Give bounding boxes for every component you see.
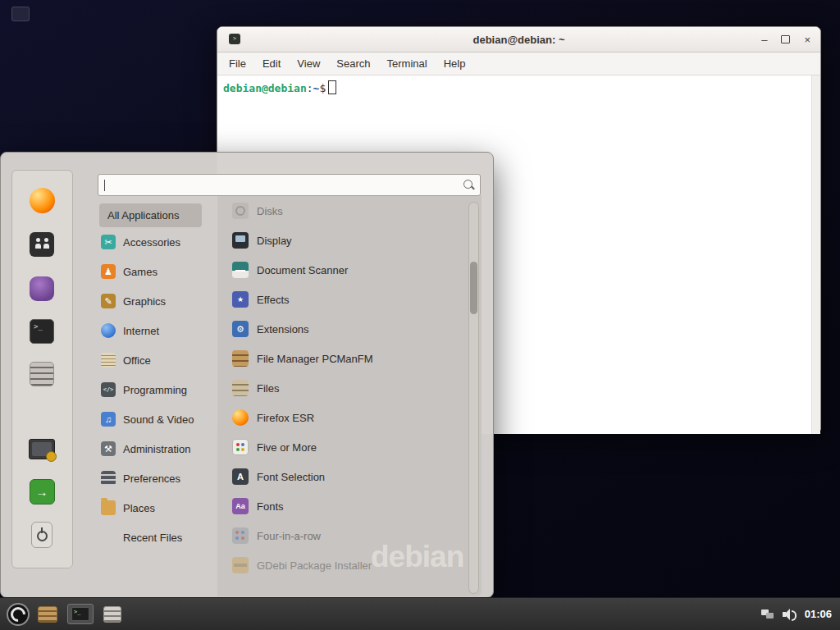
category-games[interactable]: ♟ Games — [101, 258, 224, 285]
menu-view[interactable]: View — [289, 57, 328, 70]
menu-file[interactable]: File — [221, 57, 254, 70]
files-icon — [232, 380, 249, 396]
category-programming[interactable]: </> Programming — [101, 376, 224, 404]
apps-scrollbar-thumb[interactable] — [470, 262, 477, 314]
apps-scrollbar-track[interactable] — [468, 202, 479, 594]
purple-app-icon — [30, 276, 54, 301]
app-label: Fonts — [257, 500, 284, 513]
sound-video-icon: ♫ — [101, 412, 116, 427]
terminal-window-button[interactable]: >_ — [67, 604, 94, 624]
app-disks[interactable]: Disks — [232, 196, 468, 226]
app-document-scanner[interactable]: Document Scanner — [232, 255, 468, 285]
desktop-shortcut-icon[interactable] — [11, 7, 30, 21]
app-font-selection[interactable]: A Font Selection — [232, 462, 468, 491]
category-places[interactable]: Places — [101, 494, 224, 522]
prompt-user-host: debian@debian — [223, 82, 307, 94]
menu-edit[interactable]: Edit — [254, 57, 289, 70]
terminal-scrollbar[interactable] — [811, 75, 820, 434]
category-sound-video[interactable]: ♫ Sound & Video — [101, 405, 224, 433]
lock-screen-icon — [29, 439, 55, 459]
category-office[interactable]: Office — [101, 346, 224, 374]
prompt-separator: : — [307, 82, 313, 94]
four-in-a-row-icon — [232, 527, 249, 544]
terminal-titlebar[interactable]: > debian@debian: ~ – × — [217, 27, 820, 52]
gdebi-icon — [232, 557, 249, 573]
effects-icon: ★ — [232, 291, 249, 308]
category-label: Graphics — [123, 295, 166, 308]
display-icon — [232, 232, 249, 249]
accessories-icon: ✂ — [101, 235, 116, 249]
app-file-manager-pcmanfm[interactable]: File Manager PCManFM — [232, 344, 468, 373]
favorite-gallery[interactable] — [29, 231, 55, 258]
administration-icon: ⚒ — [101, 441, 116, 456]
places-icon — [101, 500, 116, 515]
desktop: > debian@debian: ~ – × File Edit View Se… — [0, 0, 840, 630]
favorite-files[interactable] — [29, 361, 55, 387]
terminal-icon: >_ — [71, 607, 89, 621]
disks-icon — [232, 203, 249, 219]
shut-down-icon — [31, 522, 52, 548]
preferences-icon — [101, 471, 116, 486]
category-graphics[interactable]: ✎ Graphics — [101, 287, 224, 315]
category-internet[interactable]: Internet — [101, 317, 224, 345]
graphics-icon: ✎ — [101, 294, 116, 308]
menu-search[interactable]: Search — [328, 57, 378, 70]
category-administration[interactable]: ⚒ Administration — [101, 435, 224, 463]
taskbar: >_ 01:06 — [0, 597, 840, 630]
app-label: Extensions — [257, 323, 309, 336]
category-recent-files[interactable]: Recent Files — [101, 523, 224, 551]
close-button[interactable]: × — [804, 34, 810, 45]
clock[interactable]: 01:06 — [805, 608, 832, 620]
app-files[interactable]: Files — [232, 373, 468, 403]
menu-terminal[interactable]: Terminal — [379, 57, 436, 70]
maximize-icon — [781, 35, 790, 43]
category-all-applications[interactable]: All Applications — [99, 203, 202, 227]
app-extensions[interactable]: ⚙ Extensions — [232, 314, 468, 344]
document-scanner-icon — [232, 262, 249, 278]
menu-help[interactable]: Help — [436, 57, 474, 70]
minimize-button[interactable]: – — [761, 34, 767, 45]
app-label: Disks — [257, 205, 283, 217]
favorites-panel: >_ → — [11, 170, 73, 568]
maximize-button[interactable] — [781, 35, 790, 43]
games-icon: ♟ — [101, 264, 116, 279]
terminal-menubar: File Edit View Search Terminal Help — [217, 52, 820, 75]
fonts-icon: Aa — [232, 498, 249, 514]
five-or-more-icon — [232, 439, 249, 455]
app-four-in-a-row[interactable]: Four-in-a-row — [232, 521, 468, 550]
app-label: File Manager PCManFM — [257, 353, 373, 365]
app-fonts[interactable]: Aa Fonts — [232, 491, 468, 521]
category-label: Internet — [123, 325, 159, 337]
app-five-or-more[interactable]: Five or More — [232, 432, 468, 462]
category-accessories[interactable]: ✂ Accessories — [101, 228, 224, 256]
file-manager-launcher-icon[interactable] — [38, 606, 57, 623]
extensions-icon: ⚙ — [232, 321, 249, 337]
gallery-icon — [30, 232, 54, 257]
system-tray: 01:06 — [761, 608, 840, 620]
firefox-icon — [30, 188, 55, 213]
volume-speaker-cone — [784, 609, 790, 620]
terminal-app-icon: > — [229, 34, 240, 44]
app-firefox-esr[interactable]: Firefox ESR — [232, 403, 468, 432]
favorite-app[interactable] — [29, 276, 55, 302]
category-label: Recent Files — [123, 532, 182, 544]
log-out-button[interactable]: → — [29, 478, 55, 504]
application-menu: >_ → All Applications ✂ Accessories ♟ Ga… — [0, 152, 494, 598]
app-effects[interactable]: ★ Effects — [232, 285, 468, 314]
shut-down-button[interactable] — [29, 522, 55, 548]
search-input[interactable] — [103, 176, 459, 195]
favorite-firefox[interactable] — [29, 187, 55, 213]
app-display[interactable]: Display — [232, 226, 468, 255]
category-preferences[interactable]: Preferences — [101, 464, 224, 492]
favorite-terminal[interactable]: >_ — [29, 318, 55, 345]
menu-button[interactable] — [7, 603, 30, 626]
network-icon[interactable] — [761, 609, 774, 620]
taskbar-launchers: >_ — [38, 604, 121, 624]
app-gdebi-package-installer[interactable]: GDebi Package Installer — [232, 550, 468, 580]
terminal-icon: >_ — [30, 319, 54, 344]
internet-icon — [101, 323, 116, 338]
volume-icon[interactable] — [783, 609, 797, 620]
files-launcher-icon[interactable] — [103, 606, 121, 623]
lock-screen-button[interactable] — [29, 436, 55, 462]
category-label: Places — [123, 502, 155, 514]
